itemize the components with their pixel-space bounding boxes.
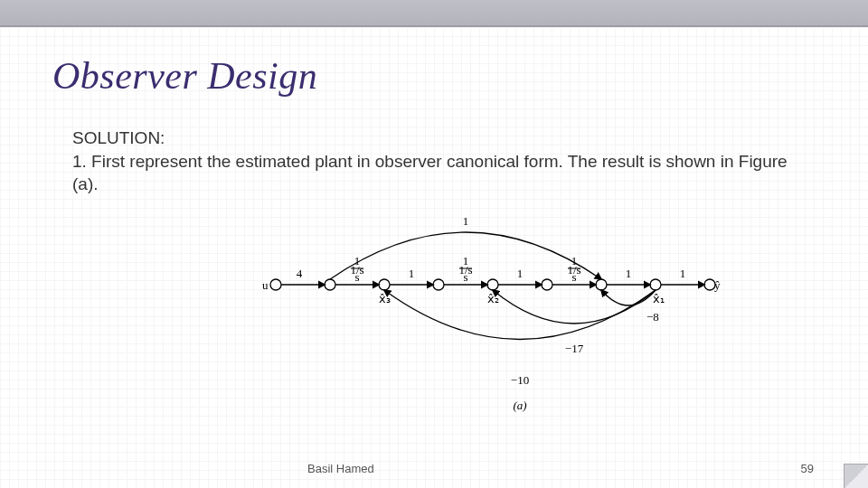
fb-1: −17 [565, 342, 584, 355]
footer-author: Basil Hamed [307, 462, 374, 475]
page-corner-fold [844, 464, 868, 488]
svg-text:1: 1 [571, 254, 578, 267]
svg-point-6 [596, 279, 607, 290]
footer-page-number: 59 [801, 462, 814, 475]
gain-2: 1 [409, 267, 415, 280]
signal-flow-graph: u ŷ 4 1/s 1 1/s 1 1/s 1 1 1 x̂̇₃ x̂̇₂ x̂… [258, 212, 755, 416]
fb-2: −10 [511, 373, 529, 387]
svg-point-0 [270, 279, 281, 290]
svg-text:s: s [571, 270, 576, 284]
step-1-text: 1. First represent the estimated plant i… [72, 150, 814, 196]
svg-point-5 [542, 279, 552, 290]
svg-point-1 [325, 279, 335, 290]
svg-text:s: s [463, 270, 467, 284]
state-x2dot: x̂̇₂ [487, 292, 499, 305]
body-text: SOLUTION: 1. First represent the estimat… [72, 127, 814, 196]
gain-0: 4 [297, 267, 303, 280]
state-x1dot: x̂̇₁ [653, 292, 665, 305]
gain-6: 1 [626, 267, 632, 280]
gain-7: 1 [680, 267, 686, 280]
svg-text:s: s [354, 270, 359, 284]
slide-title: Observer Design [52, 54, 317, 98]
label-input: u [262, 278, 269, 292]
gain-top-arc: 1 [463, 214, 469, 228]
slide-top-bar [0, 0, 868, 27]
figure-caption: (a) [513, 399, 526, 412]
svg-point-4 [487, 279, 498, 290]
state-x3dot: x̂̇₃ [379, 292, 391, 305]
svg-point-7 [650, 279, 661, 290]
svg-text:1: 1 [354, 254, 361, 267]
solution-label: SOLUTION: [72, 127, 814, 150]
svg-point-2 [379, 279, 390, 290]
label-output: ŷ [714, 278, 721, 292]
svg-point-3 [433, 279, 444, 290]
svg-text:1: 1 [463, 254, 469, 267]
fb-0: −8 [646, 310, 659, 324]
gain-4: 1 [517, 267, 524, 280]
